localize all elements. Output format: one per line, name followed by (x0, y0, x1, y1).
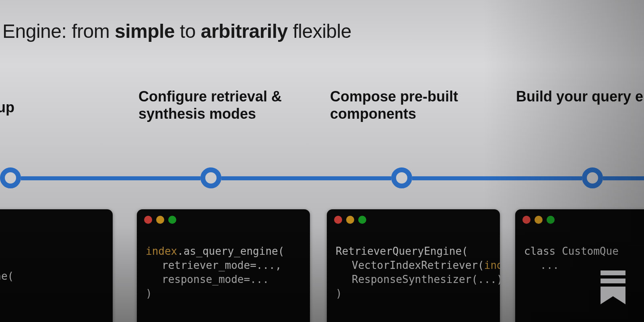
title-bold-simple: simple (115, 21, 175, 42)
code-token-object: index (484, 259, 500, 271)
code-line: response_mode=... (162, 273, 269, 285)
maximize-icon (358, 216, 366, 224)
timeline-segment (412, 176, 582, 180)
code-line: ResponseSynthesizer(...) (352, 273, 500, 285)
timeline-node-1 (0, 167, 21, 188)
minimize-icon (156, 216, 164, 224)
code-token-object: index (146, 245, 177, 257)
timeline-segment (603, 176, 644, 180)
code-window-2: index.as_query_engine( retriever_mode=..… (137, 209, 310, 322)
timeline-node-3 (391, 167, 412, 188)
bookmark-icon (599, 270, 627, 304)
window-traffic-lights (327, 209, 500, 227)
code-line: RetrieverQueryEngine( (336, 245, 468, 257)
code-fragment: ery_engine( (0, 270, 14, 282)
minimize-icon (535, 216, 543, 224)
step-4-label: Build your query eng (516, 88, 644, 105)
step-3-label: Compose pre-built components (330, 88, 483, 122)
close-icon (522, 216, 530, 224)
title-suffix: flexible (288, 21, 351, 42)
code-line: VectorIndexRetriever( (352, 259, 484, 271)
title-mid: to (175, 21, 201, 42)
code-body-3: RetrieverQueryEngine( VectorIndexRetriev… (327, 227, 500, 322)
title-bold-arbitrarily: arbitrarily (201, 21, 288, 42)
title-prefix: Engine: from (2, 21, 115, 42)
close-icon (144, 216, 152, 224)
timeline-node-2 (200, 167, 221, 188)
step-2-label: Configure retrieval & synthesis modes (138, 88, 312, 122)
svg-rect-1 (601, 279, 625, 283)
code-line: ) (146, 287, 152, 299)
code-window-3: RetrieverQueryEngine( VectorIndexRetriev… (327, 209, 500, 322)
window-traffic-lights (137, 209, 310, 227)
timeline (0, 169, 644, 201)
timeline-segment (21, 176, 200, 180)
code-line: class CustomQue (524, 245, 619, 257)
code-window-1: ery_engine( (0, 209, 113, 322)
code-line: ... (540, 259, 559, 271)
minimize-icon (346, 216, 354, 224)
window-traffic-lights (515, 209, 644, 227)
timeline-node-4 (582, 167, 603, 188)
maximize-icon (168, 216, 176, 224)
svg-rect-0 (601, 270, 625, 275)
slide-title: Engine: from simple to arbitrarily flexi… (2, 20, 351, 42)
code-line: retriever_mode=..., (162, 259, 281, 271)
close-icon (334, 216, 342, 224)
code-body-1: ery_engine( (0, 227, 113, 305)
code-window-4: class CustomQue ... (515, 209, 644, 322)
code-body-2: index.as_query_engine( retriever_mode=..… (137, 227, 310, 322)
code-token-method: .as_query_engine( (177, 245, 284, 257)
step-1-label: ck setup (0, 99, 14, 116)
window-traffic-lights (0, 209, 113, 227)
code-line: ) (336, 287, 342, 299)
timeline-segment (221, 176, 391, 180)
maximize-icon (547, 216, 555, 224)
